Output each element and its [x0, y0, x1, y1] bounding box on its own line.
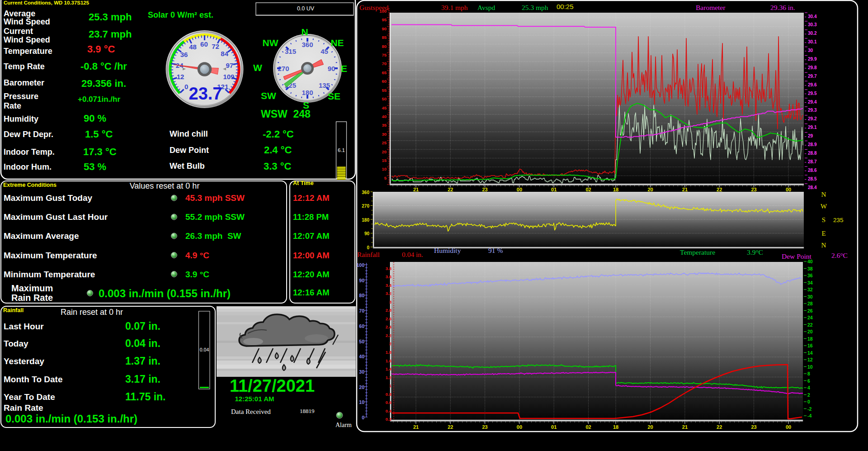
svg-text:2.4 °C: 2.4 °C [264, 144, 292, 156]
svg-text:45.3 mph SSW: 45.3 mph SSW [185, 193, 245, 203]
svg-text:65: 65 [382, 70, 387, 75]
svg-text:0: 0 [184, 83, 188, 90]
svg-text:21: 21 [682, 424, 688, 430]
svg-text:W: W [821, 203, 827, 210]
svg-text:-0.8 °C /hr: -0.8 °C /hr [80, 61, 127, 72]
svg-text:12: 12 [177, 73, 184, 81]
svg-text:2.6°C: 2.6°C [831, 252, 848, 259]
svg-text:4: 4 [807, 385, 810, 390]
svg-text:28.5: 28.5 [808, 176, 817, 181]
svg-text:17.3 °C: 17.3 °C [83, 146, 117, 157]
svg-text:270: 270 [362, 204, 369, 209]
svg-text:16: 16 [807, 343, 813, 348]
svg-text:N: N [821, 242, 826, 249]
svg-text:2: 2 [807, 392, 810, 398]
svg-text:109: 109 [223, 73, 234, 81]
svg-text:Extreme Conditions: Extreme Conditions [3, 182, 57, 188]
svg-text:2.4: 2.4 [386, 324, 392, 329]
svg-text:12:25:01 AM: 12:25:01 AM [235, 395, 274, 403]
svg-text:Maximum: Maximum [11, 283, 53, 293]
svg-text:90: 90 [359, 278, 364, 283]
svg-text:30.3: 30.3 [808, 22, 817, 27]
svg-text:35: 35 [382, 123, 387, 128]
svg-text:0.04 in.: 0.04 in. [402, 251, 423, 258]
svg-text:29.2: 29.2 [808, 116, 817, 121]
svg-text:23: 23 [751, 187, 756, 192]
svg-text:0: 0 [807, 399, 810, 404]
svg-text:91 %: 91 % [488, 247, 503, 254]
svg-text:26.3 mph SW: 26.3 mph SW [185, 231, 241, 241]
svg-text:Avspd: Avspd [477, 4, 495, 11]
svg-text:2.8: 2.8 [386, 308, 392, 313]
svg-text:20: 20 [382, 149, 387, 154]
svg-text:29.36 in.: 29.36 in. [770, 4, 795, 11]
svg-text:Maximum Temperature: Maximum Temperature [4, 251, 97, 260]
svg-text:20: 20 [647, 424, 653, 430]
svg-text:Dew Pt Depr.: Dew Pt Depr. [4, 130, 53, 139]
svg-text:Current: Current [4, 27, 33, 36]
svg-text:-4: -4 [807, 413, 811, 418]
svg-text:3: 3 [389, 299, 392, 304]
svg-text:23.7 mph: 23.7 mph [89, 28, 132, 40]
svg-text:70: 70 [382, 61, 387, 66]
svg-text:85: 85 [382, 35, 387, 40]
svg-text:25.3 mph: 25.3 mph [522, 4, 548, 11]
svg-text:1.6: 1.6 [386, 358, 392, 363]
svg-text:Values reset at 0 hr: Values reset at 0 hr [130, 181, 200, 190]
svg-text:Rain reset at 0 hr: Rain reset at 0 hr [61, 308, 123, 317]
svg-text:36: 36 [180, 51, 188, 58]
svg-text:1.4: 1.4 [386, 366, 392, 371]
svg-text:02: 02 [585, 187, 591, 192]
svg-text:11.75 in.: 11.75 in. [125, 391, 166, 403]
svg-text:0.4: 0.4 [386, 408, 392, 413]
svg-text:30.1: 30.1 [808, 39, 817, 44]
svg-text:1.5 °C: 1.5 °C [85, 128, 113, 140]
svg-text:21: 21 [682, 187, 688, 192]
svg-text:97: 97 [226, 62, 233, 69]
svg-text:2.6: 2.6 [386, 316, 392, 321]
svg-text:270: 270 [278, 65, 289, 72]
svg-text:180: 180 [302, 89, 313, 96]
svg-text:18: 18 [613, 424, 618, 430]
svg-text:23: 23 [751, 424, 756, 430]
svg-text:N: N [301, 27, 308, 37]
svg-text:29.6: 29.6 [808, 82, 817, 87]
svg-text:24: 24 [807, 315, 813, 320]
svg-text:40: 40 [807, 259, 813, 264]
svg-text:4.9 °C: 4.9 °C [185, 251, 209, 260]
svg-text:Wind Speed: Wind Speed [4, 17, 50, 26]
svg-text:Rainfall: Rainfall [357, 251, 380, 258]
svg-text:0.003 in./min (0.153 in./hr): 0.003 in./min (0.153 in./hr) [5, 413, 137, 425]
svg-text:Last Hour: Last Hour [4, 322, 44, 331]
svg-text:0.003 in./min (0.155 in./hr): 0.003 in./min (0.155 in./hr) [99, 287, 231, 299]
svg-text:E: E [821, 230, 826, 237]
svg-text:28.6: 28.6 [808, 168, 817, 173]
svg-text:29.8: 29.8 [808, 65, 817, 70]
svg-text:30: 30 [382, 132, 387, 137]
svg-text:SW: SW [261, 90, 276, 101]
svg-text:00:25: 00:25 [557, 3, 574, 10]
svg-text:12:07 AM: 12:07 AM [293, 231, 330, 241]
svg-text:SE: SE [328, 91, 340, 101]
svg-text:1.2: 1.2 [386, 375, 392, 380]
svg-text:2.2: 2.2 [386, 333, 392, 338]
svg-text:W: W [253, 62, 262, 73]
svg-text:Temp Rate: Temp Rate [4, 62, 45, 71]
svg-text:At Time: At Time [293, 180, 314, 186]
svg-text:28.9: 28.9 [808, 142, 817, 147]
svg-text:53 %: 53 % [84, 161, 106, 172]
svg-text:Dew Point: Dew Point [170, 146, 209, 155]
svg-text:25.3 mph: 25.3 mph [89, 11, 132, 23]
svg-text:3.9 °C: 3.9 °C [87, 43, 115, 55]
svg-text:72: 72 [212, 43, 219, 50]
svg-text:18: 18 [613, 187, 618, 192]
svg-text:02: 02 [585, 424, 591, 430]
svg-text:45: 45 [382, 105, 387, 110]
svg-text:12:20 AM: 12:20 AM [293, 270, 330, 279]
svg-text:11:28 PM: 11:28 PM [293, 212, 329, 222]
svg-text:75: 75 [382, 52, 387, 57]
svg-text:55: 55 [382, 88, 387, 93]
svg-text:Year To Date: Year To Date [4, 392, 55, 402]
svg-text:NE: NE [330, 38, 344, 48]
svg-text:3.3 °C: 3.3 °C [264, 161, 291, 172]
